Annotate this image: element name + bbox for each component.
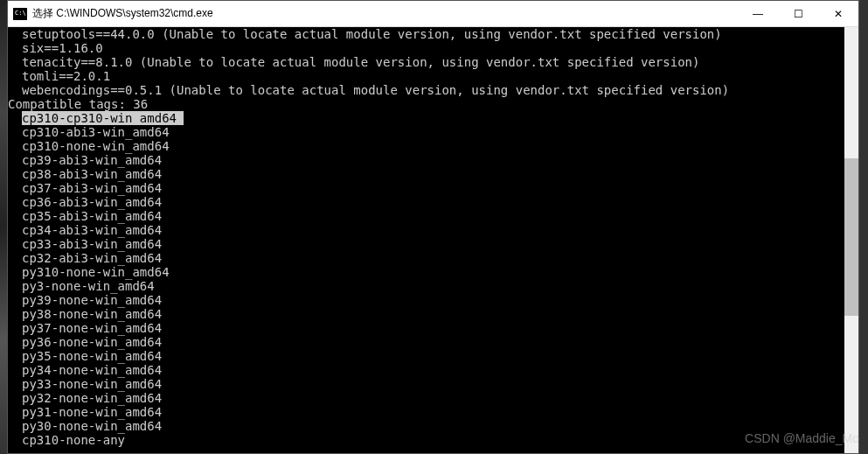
terminal-line: py35-none-win_amd64 bbox=[8, 349, 858, 363]
terminal-line: setuptools==44.0.0 (Unable to locate act… bbox=[8, 27, 858, 41]
maximize-button[interactable]: ☐ bbox=[778, 1, 818, 26]
terminal-line: py38-none-win_amd64 bbox=[8, 307, 858, 321]
terminal-line: six==1.16.0 bbox=[8, 41, 858, 55]
window-title: 选择 C:\WINDOWS\system32\cmd.exe bbox=[32, 6, 738, 21]
terminal-line: py39-none-win_amd64 bbox=[8, 293, 858, 307]
terminal-line: cp310-none-any bbox=[8, 433, 858, 447]
terminal-line: cp310-cp310-win_amd64 bbox=[8, 111, 858, 125]
cmd-icon bbox=[13, 8, 27, 20]
terminal-line: py36-none-win_amd64 bbox=[8, 335, 858, 349]
window-controls: — ☐ ✕ bbox=[738, 1, 858, 26]
terminal-line: cp36-abi3-win_amd64 bbox=[8, 195, 858, 209]
terminal-line: cp310-none-win_amd64 bbox=[8, 139, 858, 153]
terminal-line: cp33-abi3-win_amd64 bbox=[8, 237, 858, 251]
scrollbar-thumb[interactable] bbox=[844, 158, 858, 316]
terminal-line: py3-none-win_amd64 bbox=[8, 279, 858, 293]
terminal-line: py37-none-win_amd64 bbox=[8, 321, 858, 335]
terminal-line: cp32-abi3-win_amd64 bbox=[8, 251, 858, 265]
terminal-line: Compatible tags: 36 bbox=[8, 97, 858, 111]
close-button[interactable]: ✕ bbox=[818, 1, 858, 26]
cmd-window: 选择 C:\WINDOWS\system32\cmd.exe — ☐ ✕ set… bbox=[7, 0, 859, 454]
terminal-line: py31-none-win_amd64 bbox=[8, 405, 858, 419]
terminal-line: cp39-abi3-win_amd64 bbox=[8, 153, 858, 167]
terminal-line: cp310-abi3-win_amd64 bbox=[8, 125, 858, 139]
terminal-line: py34-none-win_amd64 bbox=[8, 363, 858, 377]
terminal-line: webencodings==0.5.1 (Unable to locate ac… bbox=[8, 83, 858, 97]
scrollbar-track[interactable] bbox=[844, 27, 858, 453]
terminal-line: py33-none-win_amd64 bbox=[8, 377, 858, 391]
terminal-output[interactable]: setuptools==44.0.0 (Unable to locate act… bbox=[8, 27, 858, 453]
terminal-line: cp34-abi3-win_amd64 bbox=[8, 223, 858, 237]
terminal-line: tenacity==8.1.0 (Unable to locate actual… bbox=[8, 55, 858, 69]
terminal-line: cp37-abi3-win_amd64 bbox=[8, 181, 858, 195]
terminal-line: tomli==2.0.1 bbox=[8, 69, 858, 83]
terminal-line: py32-none-win_amd64 bbox=[8, 391, 858, 405]
titlebar[interactable]: 选择 C:\WINDOWS\system32\cmd.exe — ☐ ✕ bbox=[8, 1, 858, 27]
terminal-line: cp35-abi3-win_amd64 bbox=[8, 209, 858, 223]
minimize-button[interactable]: — bbox=[738, 1, 778, 26]
terminal-line: py30-none-win_amd64 bbox=[8, 419, 858, 433]
selected-text: cp310-cp310-win_amd64 bbox=[22, 111, 184, 125]
terminal-line: py310-none-win_amd64 bbox=[8, 265, 858, 279]
desktop-edge bbox=[0, 0, 7, 454]
terminal-line: cp38-abi3-win_amd64 bbox=[8, 167, 858, 181]
